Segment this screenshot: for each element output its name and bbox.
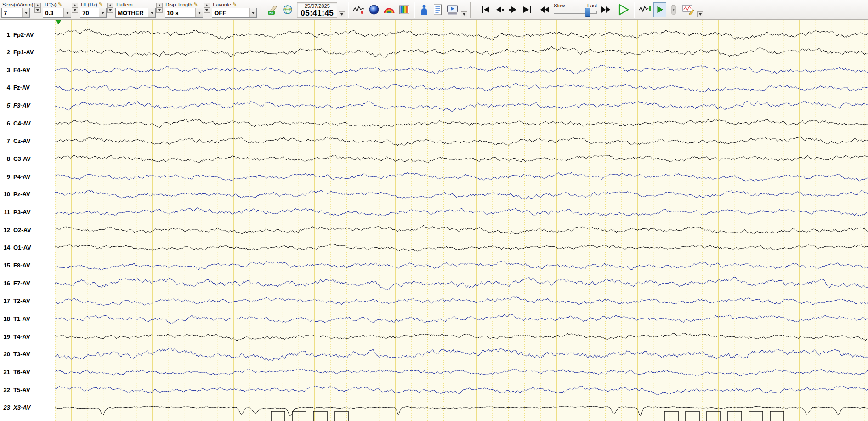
step-forward-button[interactable] (507, 2, 520, 17)
tc-decrease-button[interactable] (72, 8, 78, 13)
channel-label-row[interactable]: 6C4-AV (0, 119, 55, 127)
channel-label-row[interactable]: 18T1-AV (0, 315, 55, 323)
sens-increase-button[interactable] (34, 3, 41, 8)
tc-increase-button[interactable] (72, 3, 78, 8)
hf-combobox[interactable]: 70 (80, 8, 107, 18)
tc-combobox[interactable]: 0.3 (43, 8, 71, 18)
channel-label-row[interactable]: 2Fp1-AV (0, 48, 55, 57)
channel-name: T6-AV (13, 369, 30, 375)
montage-globe-button[interactable] (281, 2, 295, 17)
waveform-marker-icon (639, 5, 651, 15)
channel-number: 8 (0, 155, 10, 162)
sens-decrease-button[interactable] (34, 8, 41, 13)
channel-number: 11 (0, 209, 10, 216)
channel-name: T1-AV (13, 315, 30, 322)
step-back-button[interactable] (493, 2, 506, 17)
channel-label-row[interactable]: 16F7-AV (0, 279, 55, 287)
pattern-increase-button[interactable] (156, 3, 163, 8)
play-button[interactable] (616, 2, 631, 17)
eeg-trace-Fz-AV (55, 84, 868, 92)
hf-increase-button[interactable] (107, 3, 113, 8)
channel-label-row[interactable]: 17T2-AV (0, 297, 55, 305)
favorite-combobox[interactable]: OFF (212, 8, 257, 18)
skip-to-end-button[interactable] (521, 2, 533, 17)
channel-label-row[interactable]: 20T3-AV (0, 350, 55, 358)
disp-length-combobox[interactable]: 10 s (165, 8, 203, 18)
edit-pencil-icon[interactable]: ✎ (99, 2, 103, 7)
favorite-value: OFF (214, 10, 226, 17)
disp-length-decrease-button[interactable] (204, 8, 210, 13)
channel-number: 15 (0, 262, 10, 269)
channel-label-column: 1Fp2-AV2Fp1-AV3F4-AV4Fz-AV5F3-AV6C4-AV7C… (0, 20, 55, 421)
eeg-trace-canvas[interactable] (55, 20, 868, 421)
channel-number: 17 (0, 297, 10, 304)
edit-pencil-icon[interactable]: ✎ (193, 2, 198, 7)
video-dropdown-button[interactable] (461, 11, 467, 17)
channel-label-row[interactable]: 4Fz-AV (0, 84, 55, 92)
chevron-down-icon (102, 12, 104, 14)
position-marker-icon[interactable] (56, 20, 61, 24)
channel-label-row[interactable]: 10Pz-AV (0, 190, 55, 199)
channel-number: 16 (0, 280, 10, 287)
channel-label-row[interactable]: 12O2-AV (0, 226, 55, 234)
review-settings-button[interactable] (681, 2, 696, 17)
channel-label-row[interactable]: 22T5-AV (0, 386, 55, 394)
rainbow-icon (383, 4, 395, 15)
play-small-icon (656, 6, 664, 14)
event-pulse (313, 411, 327, 421)
fast-forward-button[interactable] (599, 2, 612, 17)
eeg-trace-F8-AV (55, 261, 868, 271)
channel-label-row[interactable]: 3F4-AV (0, 66, 55, 74)
disp-length-increase-button[interactable] (204, 3, 210, 8)
channel-label-row[interactable]: 7Cz-AV (0, 137, 55, 145)
skip-to-start-button[interactable] (479, 2, 492, 17)
brain-map-button[interactable] (367, 2, 381, 17)
patient-info-button[interactable] (418, 2, 431, 17)
channel-name: Pz-AV (13, 191, 30, 198)
channel-label-row[interactable]: 8C3-AV (0, 155, 55, 163)
pattern-decrease-button[interactable] (156, 8, 163, 13)
channel-label-row[interactable]: 9P4-AV (0, 172, 55, 181)
channel-label-row[interactable]: 15F8-AV (0, 262, 55, 270)
speed-slider-handle[interactable] (585, 8, 590, 17)
settings-dropdown-button[interactable] (697, 11, 703, 17)
eeg-trace-Pz-AV (55, 190, 868, 199)
channel-label-row[interactable]: 19T4-AV (0, 332, 55, 341)
trace-settings-button[interactable] (637, 2, 652, 17)
spectrum-rainbow-button[interactable] (382, 2, 397, 17)
channel-label-row[interactable]: 11P3-AV (0, 208, 55, 216)
channel-label-row[interactable]: 5F3-AV (0, 102, 55, 110)
channel-label-row[interactable]: 23X3-AV (0, 404, 55, 412)
video-button[interactable] (445, 2, 460, 17)
playback-mode-button[interactable] (653, 2, 666, 17)
channel-label-row[interactable]: 1Fp2-AV (0, 30, 55, 39)
channel-label-row[interactable]: 21T6-AV (0, 368, 55, 376)
channel-label-row[interactable]: 14O1-AV (0, 244, 55, 252)
pattern-value: MOTHER (118, 10, 143, 17)
dsa-trend-button[interactable] (397, 2, 411, 17)
sens-combobox[interactable]: 7 (1, 8, 30, 18)
hf-label: HF(Hz) (80, 2, 98, 7)
arrow-up-icon (109, 4, 112, 6)
channel-name: O2-AV (13, 227, 31, 233)
eeg-trace-Fp2-AV (55, 29, 868, 40)
notch-filter-50-button[interactable]: 50 (266, 2, 280, 17)
edit-pencil-icon[interactable]: ✎ (233, 2, 237, 7)
collapse-panel-button[interactable] (667, 2, 680, 17)
report-button[interactable] (431, 2, 444, 17)
fast-rewind-button[interactable] (539, 2, 551, 17)
annotation-waveform-button[interactable] (352, 2, 366, 17)
annotation-waveform-icon (353, 4, 365, 15)
toolbar-separator (348, 2, 349, 18)
datetime-dropdown-button[interactable] (339, 11, 345, 17)
edit-pencil-icon[interactable]: ✎ (58, 2, 62, 7)
step-forward-icon (509, 6, 518, 13)
speed-slider-track[interactable] (554, 11, 597, 14)
channel-number: 20 (0, 351, 10, 358)
channel-number: 3 (0, 67, 10, 74)
channel-name: C3-AV (13, 155, 31, 162)
pattern-combobox[interactable]: MOTHER (115, 8, 156, 18)
arrow-up-icon (36, 4, 39, 6)
hf-decrease-button[interactable] (107, 8, 113, 13)
arrow-up-icon (205, 4, 208, 6)
